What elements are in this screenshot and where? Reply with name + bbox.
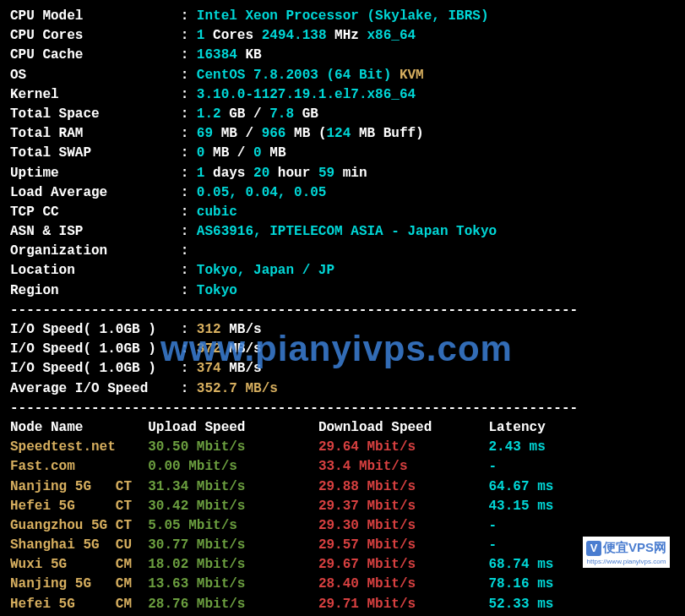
sysinfo-value-part: 0 bbox=[253, 145, 262, 161]
sysinfo-value-part: 69 bbox=[197, 126, 213, 141]
st-upload: 31.34 Mbit/s bbox=[148, 479, 318, 494]
sysinfo-label: Kernel bbox=[10, 87, 181, 102]
st-latency: 64.67 ms bbox=[489, 479, 554, 494]
speedtest-row: Nanjing 5G CM 13.63 Mbit/s 28.40 Mbit/s … bbox=[10, 575, 675, 594]
st-upload: 30.50 Mbit/s bbox=[148, 439, 318, 455]
speedtest-header: Node Name Upload Speed Download Speed La… bbox=[10, 418, 675, 438]
sysinfo-row: ASN & ISP : AS63916, IPTELECOM ASIA - Ja… bbox=[10, 222, 675, 242]
st-latency: 52.33 ms bbox=[489, 597, 554, 612]
sysinfo-value-part: 0 bbox=[197, 145, 205, 161]
speedtest-row: Shanghai 5G CU 30.77 Mbit/s 29.57 Mbit/s… bbox=[10, 536, 675, 555]
colon: : bbox=[181, 87, 197, 102]
colon: : bbox=[181, 185, 197, 200]
io-value: 374 bbox=[197, 361, 221, 376]
sysinfo-row: CPU Cache : 16384 KB bbox=[10, 46, 675, 65]
sysinfo-label: Total Space bbox=[10, 106, 181, 122]
sysinfo-label: Region bbox=[10, 283, 181, 298]
st-download: 29.67 Mbit/s bbox=[318, 557, 489, 572]
sysinfo-row: OS : CentOS 7.8.2003 (64 Bit) KVM bbox=[10, 66, 675, 85]
sysinfo-value-part: MHz bbox=[326, 28, 367, 43]
sysinfo-value-part: cubic bbox=[197, 204, 237, 220]
colon: : bbox=[181, 204, 197, 220]
sysinfo-label: CPU Cores bbox=[10, 28, 181, 43]
col-download: Download Speed bbox=[318, 420, 489, 435]
sysinfo-value-part: 0.05, 0.04, 0.05 bbox=[197, 185, 327, 200]
st-node: Nanjing 5G CT bbox=[10, 479, 148, 494]
st-download: 33.4 Mbit/s bbox=[318, 459, 489, 474]
sysinfo-value-part: 966 bbox=[262, 126, 286, 141]
colon: : bbox=[181, 263, 197, 278]
st-upload: 13.63 Mbit/s bbox=[148, 576, 318, 591]
st-latency: 68.74 ms bbox=[489, 557, 554, 572]
st-download: 29.30 Mbit/s bbox=[318, 518, 489, 533]
speedtest-row: Hefei 5G CM 28.76 Mbit/s 29.71 Mbit/s 52… bbox=[10, 595, 675, 614]
st-node: Guangzhou 5G CT bbox=[10, 518, 148, 533]
speedtest-row: Guangzhou 5G CT 5.05 Mbit/s 29.30 Mbit/s… bbox=[10, 516, 675, 536]
st-download: 29.88 Mbit/s bbox=[318, 479, 489, 494]
io-speed-row: I/O Speed( 1.0GB ) : 374 MB/s bbox=[10, 359, 675, 379]
sysinfo-row: Kernel : 3.10.0-1127.19.1.el7.x86_64 bbox=[10, 85, 675, 105]
st-upload: 30.77 Mbit/s bbox=[148, 537, 318, 553]
col-latency: Latency bbox=[489, 420, 546, 435]
io-label: I/O Speed( 1.0GB ) bbox=[10, 361, 181, 376]
st-download: 29.57 Mbit/s bbox=[318, 537, 489, 553]
io-speed-row: I/O Speed( 1.0GB ) : 312 MB/s bbox=[10, 320, 675, 340]
colon: : bbox=[181, 106, 197, 122]
sysinfo-label: CPU Cache bbox=[10, 47, 181, 63]
sysinfo-value-part: 7.8 bbox=[269, 106, 294, 122]
sysinfo-row: Organization : bbox=[10, 242, 675, 261]
sysinfo-value-part: MB / bbox=[204, 145, 253, 161]
sysinfo-row: CPU Cores : 1 Cores 2494.138 MHz x86_64 bbox=[10, 26, 675, 46]
sysinfo-value-part: days bbox=[204, 166, 253, 181]
sysinfo-label: Location bbox=[10, 263, 181, 278]
colon: : bbox=[181, 8, 197, 24]
colon: : bbox=[181, 243, 197, 259]
colon: : bbox=[181, 166, 197, 181]
sysinfo-value-part: hour bbox=[269, 166, 318, 181]
sysinfo-label: Organization bbox=[10, 243, 181, 259]
sysinfo-label: ASN & ISP bbox=[10, 224, 181, 239]
sysinfo-label: OS bbox=[10, 68, 181, 83]
st-upload: 30.42 Mbit/s bbox=[148, 499, 318, 514]
speedtest-row: Hefei 5G CT 30.42 Mbit/s 29.37 Mbit/s 43… bbox=[10, 497, 675, 516]
colon: : bbox=[181, 145, 197, 161]
io-value: 312 bbox=[197, 322, 221, 337]
sysinfo-label: Total SWAP bbox=[10, 145, 181, 161]
sysinfo-value-part: GB / bbox=[221, 106, 270, 122]
io-value: 372 bbox=[197, 341, 221, 357]
sysinfo-value-part: Tokyo, Japan / JP bbox=[197, 263, 334, 278]
colon: : bbox=[181, 126, 197, 141]
sysinfo-value-part: 20 bbox=[253, 166, 269, 181]
speedtest-row: Speedtest.net 30.50 Mbit/s 29.64 Mbit/s … bbox=[10, 438, 675, 457]
st-download: 29.71 Mbit/s bbox=[318, 597, 489, 612]
st-node: Fast.com bbox=[10, 459, 148, 474]
sysinfo-row: Total RAM : 69 MB / 966 MB (124 MB Buff) bbox=[10, 124, 675, 144]
st-node: Nanjing 5G CM bbox=[10, 576, 148, 591]
sysinfo-value-part: 124 bbox=[326, 126, 351, 141]
sysinfo-row: Total Space : 1.2 GB / 7.8 GB bbox=[10, 105, 675, 124]
st-node: Hefei 5G CM bbox=[10, 597, 148, 612]
sysinfo-row: TCP CC : cubic bbox=[10, 203, 675, 222]
sysinfo-value-part: MB / bbox=[213, 126, 262, 141]
col-node: Node Name bbox=[10, 420, 148, 435]
sysinfo-value-part: CentOS 7.8.2003 (64 Bit) bbox=[197, 68, 391, 83]
st-latency: 78.16 ms bbox=[489, 576, 554, 591]
st-node: Shanghai 5G CU bbox=[10, 537, 148, 553]
sysinfo-label: CPU Model bbox=[10, 8, 181, 24]
speedtest-row: Fast.com 0.00 Mbit/s 33.4 Mbit/s - bbox=[10, 457, 675, 477]
colon: : bbox=[181, 68, 197, 83]
st-upload: 5.05 Mbit/s bbox=[148, 518, 318, 533]
sysinfo-value-part: MB bbox=[262, 145, 286, 161]
colon: : bbox=[181, 47, 197, 63]
sysinfo-row: Total SWAP : 0 MB / 0 MB bbox=[10, 144, 675, 163]
sysinfo-value-part: 1.2 bbox=[197, 106, 221, 122]
sysinfo-row: CPU Model : Intel Xeon Processor (Skylak… bbox=[10, 7, 675, 26]
sysinfo-value-part: MB ( bbox=[285, 126, 326, 141]
sysinfo-value-part: KVM bbox=[391, 68, 423, 83]
io-unit: MB/s bbox=[221, 341, 262, 357]
io-speed-row: I/O Speed( 1.0GB ) : 372 MB/s bbox=[10, 340, 675, 359]
sysinfo-value-part: 2494.138 bbox=[262, 28, 327, 43]
io-label: I/O Speed( 1.0GB ) bbox=[10, 341, 181, 357]
sysinfo-value-part: Intel Xeon Processor (Skylake, IBRS) bbox=[197, 8, 489, 24]
sysinfo-row: Load Average : 0.05, 0.04, 0.05 bbox=[10, 183, 675, 203]
